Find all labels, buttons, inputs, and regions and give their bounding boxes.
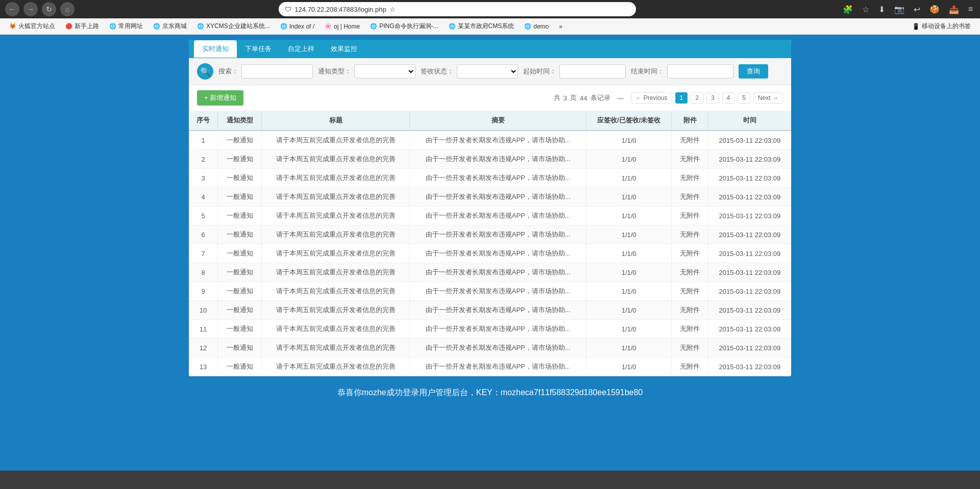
cell-type: 一般通知 xyxy=(218,225,262,244)
cell-id: 4 xyxy=(189,188,218,207)
cell-attachment: 无附件 xyxy=(672,282,708,301)
cell-type: 一般通知 xyxy=(218,320,262,339)
cell-summary: 由于一些开发者长期发布违规APP，请市场协助... xyxy=(410,188,586,207)
cell-sign: 1/1/0 xyxy=(586,357,672,376)
cell-attachment: 无附件 xyxy=(672,150,708,169)
menu-button[interactable]: ≡ xyxy=(966,3,975,16)
table-row[interactable]: 5 一般通知 请于本周五前完成重点开发者信息的完善 由于一些开发者长期发布违规A… xyxy=(189,207,791,225)
cell-title: 请于本周五前完成重点开发者信息的完善 xyxy=(262,301,410,320)
cell-attachment: 无附件 xyxy=(672,207,708,225)
total-pages: 3 xyxy=(564,94,567,102)
status-select[interactable]: 已签收 未签收 xyxy=(457,64,518,79)
cell-type: 一般通知 xyxy=(218,301,262,320)
mobile-icon: 📱 xyxy=(912,23,920,30)
screenshot-button[interactable]: 📷 xyxy=(892,3,906,16)
bookmark-oj[interactable]: 🌸 oj | Home xyxy=(321,21,364,32)
bookmark-common-url[interactable]: 🌐 常用网址 xyxy=(105,20,147,32)
query-button[interactable]: 查询 xyxy=(739,64,768,79)
share-button[interactable]: 📤 xyxy=(947,3,961,16)
page-5-button[interactable]: 5 xyxy=(738,92,750,104)
cell-sign: 1/1/0 xyxy=(586,244,672,263)
status-bar: 恭喜你mozhe成功登录用户管理后台，KEY：mozheca7f11f58832… xyxy=(331,381,649,404)
home-button[interactable]: ⌂ xyxy=(60,2,75,16)
status-text: 恭喜你mozhe成功登录用户管理后台，KEY：mozheca7f11f58832… xyxy=(337,388,643,397)
subnav-tab-monitor[interactable]: 效果监控 xyxy=(323,40,365,58)
bookmark-demo[interactable]: 🌐 demo xyxy=(520,21,553,32)
more-bookmarks-icon: » xyxy=(559,23,562,30)
table-row[interactable]: 7 一般通知 请于本周五前完成重点开发者信息的完善 由于一些开发者长期发布违规A… xyxy=(189,244,791,263)
page-1-button[interactable]: 1 xyxy=(675,92,688,104)
indexof-icon: 🌐 xyxy=(280,23,287,30)
cell-summary: 由于一些开发者长期发布违规APP，请市场协助... xyxy=(410,320,586,339)
forward-button[interactable]: → xyxy=(23,2,38,16)
add-notice-button[interactable]: + 新增通知 xyxy=(197,90,243,106)
start-label: 起始时间： xyxy=(523,67,556,76)
next-page-button[interactable]: Next → xyxy=(753,92,783,104)
table-row[interactable]: 11 一般通知 请于本周五前完成重点开发者信息的完善 由于一些开发者长期发布违规… xyxy=(189,320,791,339)
extensions-button[interactable]: 🧩 xyxy=(841,3,855,16)
bookmark-newbie[interactable]: 🔴 新手上路 xyxy=(61,20,103,32)
history-back-button[interactable]: ↩ xyxy=(912,3,922,16)
cell-title: 请于本周五前完成重点开发者信息的完善 xyxy=(262,282,410,301)
download-button[interactable]: ⬇ xyxy=(876,3,887,16)
type-select[interactable]: 一般通知 xyxy=(354,64,415,79)
reload-button[interactable]: ↻ xyxy=(42,2,56,16)
table-row[interactable]: 9 一般通知 请于本周五前完成重点开发者信息的完善 由于一些开发者长期发布违规A… xyxy=(189,282,791,301)
col-header-type: 通知类型 xyxy=(218,111,262,131)
bookmark-more[interactable]: » xyxy=(555,21,567,32)
table-row[interactable]: 4 一般通知 请于本周五前完成重点开发者信息的完善 由于一些开发者长期发布违规A… xyxy=(189,188,791,207)
cell-time: 2015-03-11 22:03:09 xyxy=(708,225,791,244)
bookmark-label: oj | Home xyxy=(334,23,360,30)
cell-sign: 1/1/0 xyxy=(586,131,672,150)
search-input[interactable] xyxy=(241,64,313,79)
bookmark-gov-cms[interactable]: 🌐 某某市政府CMS系统 xyxy=(445,20,519,32)
bookmark-jd[interactable]: 🌐 京东商城 xyxy=(149,20,191,32)
cell-title: 请于本周五前完成重点开发者信息的完善 xyxy=(262,131,410,150)
oj-icon: 🌸 xyxy=(325,23,332,30)
sub-nav: 实时通知 下单任务 自定上样 效果监控 xyxy=(189,40,791,58)
page-2-button[interactable]: 2 xyxy=(691,92,703,104)
cookie-button[interactable]: 🍪 xyxy=(927,3,942,16)
address-bar[interactable]: 🛡 124.70.22.208:47883/login.php ☆ xyxy=(279,2,636,16)
bookmark-star-icon[interactable]: ☆ xyxy=(389,6,396,13)
table-row[interactable]: 8 一般通知 请于本周五前完成重点开发者信息的完善 由于一些开发者长期发布违规A… xyxy=(189,263,791,282)
cell-summary: 由于一些开发者长期发布违规APP，请市场协助... xyxy=(410,357,586,376)
col-header-title: 标题 xyxy=(262,111,410,131)
cell-time: 2015-03-11 22:03:09 xyxy=(708,282,791,301)
table-row[interactable]: 6 一般通知 请于本周五前完成重点开发者信息的完善 由于一些开发者长期发布违规A… xyxy=(189,225,791,244)
table-row[interactable]: 1 一般通知 请于本周五前完成重点开发者信息的完善 由于一些开发者长期发布违规A… xyxy=(189,131,791,150)
cell-title: 请于本周五前完成重点开发者信息的完善 xyxy=(262,357,410,376)
cell-sign: 1/1/0 xyxy=(586,207,672,225)
pagination-info: 共 3 页 44 条记录 — ← Previous 1 2 3 4 5 Next… xyxy=(554,92,783,104)
cell-id: 8 xyxy=(189,263,218,282)
start-time-input[interactable] xyxy=(559,64,626,79)
cell-time: 2015-03-11 22:03:09 xyxy=(708,169,791,188)
bookmark-label: 新手上路 xyxy=(75,22,99,31)
cell-summary: 由于一些开发者长期发布违规APP，请市场协助... xyxy=(410,339,586,357)
page-3-button[interactable]: 3 xyxy=(706,92,719,104)
cell-sign: 1/1/0 xyxy=(586,150,672,169)
search-icon-wrap: 🔍 xyxy=(197,63,213,80)
cell-id: 7 xyxy=(189,244,218,263)
back-button[interactable]: ← xyxy=(5,2,19,16)
end-time-input[interactable] xyxy=(667,64,733,79)
cell-summary: 由于一些开发者长期发布违规APP，请市场协助... xyxy=(410,225,586,244)
subnav-tab-custom[interactable]: 自定上样 xyxy=(280,40,323,58)
bookmark-indexof[interactable]: 🌐 Index of / xyxy=(276,21,318,32)
search-label: 搜索： xyxy=(218,67,238,76)
table-row[interactable]: 13 一般通知 请于本周五前完成重点开发者信息的完善 由于一些开发者长期发布违规… xyxy=(189,357,791,376)
bookmark-firefoxofficial[interactable]: 🦊 火狐官方站点 xyxy=(5,20,59,32)
subnav-tab-order[interactable]: 下单任务 xyxy=(237,40,280,58)
bookmark-mobile[interactable]: 📱 移动设备上的书签 xyxy=(908,20,975,32)
bookmark-ping[interactable]: 🌐 PING命令执行漏洞-... xyxy=(366,20,442,32)
bookmark-xycms[interactable]: 🌐 XYCMS企业建站系统... xyxy=(193,20,274,32)
table-row[interactable]: 10 一般通知 请于本周五前完成重点开发者信息的完善 由于一些开发者长期发布违规… xyxy=(189,301,791,320)
table-row[interactable]: 12 一般通知 请于本周五前完成重点开发者信息的完善 由于一些开发者长期发布违规… xyxy=(189,339,791,357)
main-content: 实时通知 下单任务 自定上样 效果监控 🔍 搜索： 通知类型： xyxy=(0,35,980,471)
page-4-button[interactable]: 4 xyxy=(722,92,735,104)
table-row[interactable]: 2 一般通知 请于本周五前完成重点开发者信息的完善 由于一些开发者长期发布违规A… xyxy=(189,150,791,169)
prev-page-button[interactable]: ← Previous xyxy=(631,92,672,104)
star-icon[interactable]: ☆ xyxy=(860,3,871,16)
subnav-tab-realtime[interactable]: 实时通知 xyxy=(194,40,237,58)
table-row[interactable]: 3 一般通知 请于本周五前完成重点开发者信息的完善 由于一些开发者长期发布违规A… xyxy=(189,169,791,188)
